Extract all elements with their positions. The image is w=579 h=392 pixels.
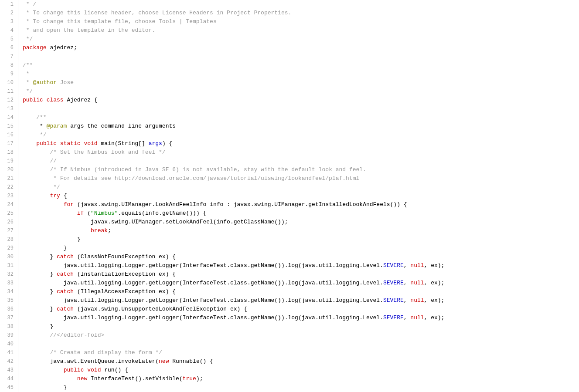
code-line-11: */ (23, 87, 579, 96)
code-line-29: } (23, 244, 579, 253)
line-num-20: 20 (3, 166, 14, 174)
line-num-2: 2 (3, 9, 14, 17)
line-num-15: 15 (3, 122, 14, 131)
code-line-27: break; (23, 226, 579, 235)
code-line-8: /** (23, 61, 579, 70)
line-num-9: 9 (3, 70, 14, 78)
line-num-40: 40 (3, 340, 14, 348)
code-line-40 (23, 340, 579, 348)
code-line-22: */ (23, 183, 579, 192)
code-line-44: new InterfaceTest().setVisible(true); (23, 375, 579, 383)
line-num-14: 14 (3, 113, 14, 122)
line-num-37: 37 (3, 314, 14, 322)
code-line-36: } catch (javax.swing.UnsupportedLookAndF… (23, 305, 579, 314)
code-line-34: } catch (IllegalAccessException ex) { (23, 287, 579, 296)
code-line-1: * / (23, 0, 579, 9)
code-line-4: * and open the template in the editor. (23, 26, 579, 35)
line-num-26: 26 (3, 218, 14, 226)
code-line-2: * To change this license header, choose … (23, 9, 579, 17)
code-line-15: * @param args the command line arguments (23, 122, 579, 131)
code-line-30: } catch (ClassNotFoundException ex) { (23, 253, 579, 261)
code-line-37: java.util.logging.Logger.getLogger(Inter… (23, 314, 579, 322)
line-num-6: 6 (3, 44, 14, 52)
line-num-5: 5 (3, 35, 14, 44)
line-num-36: 36 (3, 305, 14, 314)
code-line-3: * To change this template file, choose T… (23, 17, 579, 26)
line-num-41: 41 (3, 348, 14, 357)
line-numbers: 1 2 3 4 5 6 7 8 9 10 11 12 13 14 15 16 1… (0, 0, 18, 392)
code-line-5: */ (23, 35, 579, 44)
line-num-23: 23 (3, 192, 14, 200)
line-num-31: 31 (3, 261, 14, 270)
line-num-29: 29 (3, 244, 14, 253)
code-line-38: } (23, 322, 579, 331)
code-line-14: /** (23, 113, 579, 122)
code-line-39: //</editor-fold> (23, 331, 579, 340)
line-num-16: 16 (3, 131, 14, 139)
line-num-8: 8 (3, 61, 14, 70)
line-num-3: 3 (3, 17, 14, 26)
code-content[interactable]: * / * To change this license header, cho… (18, 0, 579, 392)
code-line-24: for (javax.swing.UIManager.LookAndFeelIn… (23, 200, 579, 209)
code-line-23: try { (23, 192, 579, 200)
code-line-21: * For details see http://download.oracle… (23, 174, 579, 183)
code-line-18: /* Set the Nimbus look and feel */ (23, 148, 579, 157)
line-num-39: 39 (3, 331, 14, 340)
line-num-28: 28 (3, 235, 14, 244)
line-num-35: 35 (3, 296, 14, 305)
line-num-17: 17 (3, 139, 14, 148)
code-line-10: * @author Jose (23, 78, 579, 87)
line-num-4: 4 (3, 26, 14, 35)
line-num-30: 30 (3, 253, 14, 261)
line-num-27: 27 (3, 226, 14, 235)
code-line-45: } (23, 383, 579, 392)
line-num-1: 1 (3, 0, 14, 9)
line-num-44: 44 (3, 375, 14, 383)
line-num-21: 21 (3, 174, 14, 183)
line-num-43: 43 (3, 366, 14, 375)
line-num-22: 22 (3, 183, 14, 192)
line-num-25: 25 (3, 209, 14, 218)
line-num-38: 38 (3, 322, 14, 331)
line-num-34: 34 (3, 287, 14, 296)
line-num-19: 19 (3, 157, 14, 166)
code-line-7 (23, 52, 579, 61)
code-line-19: // (23, 157, 579, 166)
code-line-25: if ("Nimbus".equals(info.getName())) { (23, 209, 579, 218)
code-line-9: * (23, 70, 579, 78)
code-line-13 (23, 105, 579, 113)
code-line-41: /* Create and display the form */ (23, 348, 579, 357)
code-line-35: java.util.logging.Logger.getLogger(Inter… (23, 296, 579, 305)
code-line-32: } catch (InstantiationException ex) { (23, 270, 579, 279)
code-line-16: */ (23, 131, 579, 139)
code-line-33: java.util.logging.Logger.getLogger(Inter… (23, 279, 579, 287)
code-editor: 1 2 3 4 5 6 7 8 9 10 11 12 13 14 15 16 1… (0, 0, 579, 392)
code-line-26: javax.swing.UIManager.setLookAndFeel(inf… (23, 218, 579, 226)
line-num-13: 13 (3, 105, 14, 113)
code-line-20: /* If Nimbus (introduced in Java SE 6) i… (23, 166, 579, 174)
code-line-12: public class Ajedrez { (23, 96, 579, 105)
line-num-24: 24 (3, 200, 14, 209)
line-num-33: 33 (3, 279, 14, 287)
line-num-45: 45 (3, 383, 14, 392)
code-line-28: } (23, 235, 579, 244)
code-line-43: public void run() { (23, 366, 579, 375)
line-num-11: 11 (3, 87, 14, 96)
line-num-32: 32 (3, 270, 14, 279)
code-line-6: package ajedrez; (23, 44, 579, 52)
code-line-31: java.util.logging.Logger.getLogger(Inter… (23, 261, 579, 270)
line-num-7: 7 (3, 52, 14, 61)
line-num-10: 10 (3, 78, 14, 87)
line-num-42: 42 (3, 357, 14, 366)
line-num-12: 12 (3, 96, 14, 105)
code-line-42: java.awt.EventQueue.invokeLater(new Runn… (23, 357, 579, 366)
code-line-17: public static void main(String[] args) { (23, 139, 579, 148)
line-num-18: 18 (3, 148, 14, 157)
